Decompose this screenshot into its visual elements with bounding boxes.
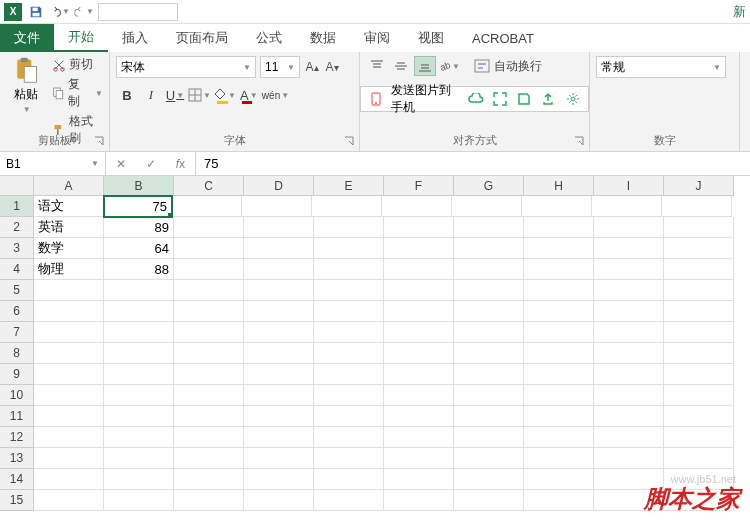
cell[interactable] bbox=[104, 490, 174, 511]
row-header[interactable]: 8 bbox=[0, 343, 34, 364]
cell[interactable] bbox=[524, 322, 594, 343]
cell[interactable] bbox=[244, 259, 314, 280]
cell[interactable] bbox=[664, 343, 734, 364]
cell[interactable] bbox=[524, 238, 594, 259]
cell[interactable] bbox=[664, 427, 734, 448]
cell[interactable] bbox=[244, 490, 314, 511]
cell[interactable] bbox=[174, 238, 244, 259]
column-header[interactable]: E bbox=[314, 176, 384, 196]
cell[interactable] bbox=[174, 343, 244, 364]
cell[interactable] bbox=[104, 364, 174, 385]
cell[interactable]: 64 bbox=[104, 238, 174, 259]
name-box[interactable]: B1▼ bbox=[0, 152, 106, 175]
tab-3[interactable]: 公式 bbox=[242, 24, 296, 52]
tab-5[interactable]: 审阅 bbox=[350, 24, 404, 52]
cell[interactable] bbox=[314, 469, 384, 490]
row-header[interactable]: 1 bbox=[0, 196, 34, 217]
cell[interactable] bbox=[664, 259, 734, 280]
cell[interactable] bbox=[664, 406, 734, 427]
cell[interactable]: 英语 bbox=[34, 217, 104, 238]
cell[interactable] bbox=[384, 385, 454, 406]
cell[interactable] bbox=[594, 406, 664, 427]
cell[interactable] bbox=[314, 343, 384, 364]
cell[interactable] bbox=[454, 469, 524, 490]
increase-font-icon[interactable]: A▴ bbox=[304, 59, 320, 75]
tab-6[interactable]: 视图 bbox=[404, 24, 458, 52]
send-to-phone-icon[interactable] bbox=[367, 89, 385, 109]
cell[interactable] bbox=[594, 469, 664, 490]
cell[interactable] bbox=[594, 238, 664, 259]
cell[interactable] bbox=[314, 238, 384, 259]
cell[interactable] bbox=[314, 364, 384, 385]
cell[interactable] bbox=[594, 280, 664, 301]
confirm-icon[interactable]: ✓ bbox=[146, 157, 156, 171]
redo-icon[interactable]: ▼ bbox=[74, 2, 94, 22]
save-icon[interactable] bbox=[26, 2, 46, 22]
column-header[interactable]: B bbox=[104, 176, 174, 196]
cell[interactable] bbox=[174, 427, 244, 448]
cell[interactable] bbox=[664, 385, 734, 406]
cell[interactable]: 物理 bbox=[34, 259, 104, 280]
cell[interactable] bbox=[244, 364, 314, 385]
send-to-phone-label[interactable]: 发送图片到手机 bbox=[391, 82, 461, 116]
cell[interactable] bbox=[384, 490, 454, 511]
cell[interactable] bbox=[524, 217, 594, 238]
tab-1[interactable]: 插入 bbox=[108, 24, 162, 52]
cell[interactable] bbox=[454, 448, 524, 469]
cell[interactable] bbox=[524, 280, 594, 301]
font-color-button[interactable]: A▼ bbox=[238, 84, 260, 106]
fx-icon[interactable]: fx bbox=[176, 157, 185, 171]
cell[interactable] bbox=[104, 343, 174, 364]
cell[interactable] bbox=[524, 301, 594, 322]
row-header[interactable]: 12 bbox=[0, 427, 34, 448]
cell[interactable] bbox=[384, 322, 454, 343]
tab-file[interactable]: 文件 bbox=[0, 24, 54, 52]
italic-button[interactable]: I bbox=[140, 84, 162, 106]
cell[interactable] bbox=[244, 469, 314, 490]
dialog-launcher-icon[interactable] bbox=[343, 135, 355, 147]
cell[interactable] bbox=[594, 364, 664, 385]
column-header[interactable]: A bbox=[34, 176, 104, 196]
align-top-icon[interactable] bbox=[366, 56, 388, 76]
cut-button[interactable]: 剪切 bbox=[52, 56, 103, 73]
cell[interactable] bbox=[454, 301, 524, 322]
cloud-icon[interactable] bbox=[467, 89, 485, 109]
dialog-launcher-icon[interactable] bbox=[573, 135, 585, 147]
row-header[interactable]: 6 bbox=[0, 301, 34, 322]
cell[interactable] bbox=[384, 238, 454, 259]
cell[interactable] bbox=[314, 217, 384, 238]
cell[interactable] bbox=[594, 490, 664, 511]
tab-4[interactable]: 数据 bbox=[296, 24, 350, 52]
cell[interactable] bbox=[594, 259, 664, 280]
cell[interactable] bbox=[664, 301, 734, 322]
formula-input[interactable]: 75 bbox=[196, 152, 750, 175]
cell[interactable] bbox=[34, 448, 104, 469]
cell[interactable] bbox=[312, 196, 382, 217]
cell[interactable] bbox=[104, 469, 174, 490]
cell[interactable] bbox=[384, 448, 454, 469]
cell[interactable] bbox=[174, 280, 244, 301]
cell[interactable] bbox=[104, 385, 174, 406]
row-header[interactable]: 3 bbox=[0, 238, 34, 259]
cell[interactable] bbox=[174, 301, 244, 322]
cell[interactable] bbox=[524, 385, 594, 406]
column-header[interactable]: C bbox=[174, 176, 244, 196]
cell[interactable]: 89 bbox=[104, 217, 174, 238]
fill-color-button[interactable]: ▼ bbox=[213, 84, 236, 106]
column-header[interactable]: D bbox=[244, 176, 314, 196]
cell[interactable] bbox=[384, 469, 454, 490]
cell[interactable] bbox=[34, 322, 104, 343]
cell[interactable] bbox=[384, 217, 454, 238]
cell[interactable] bbox=[244, 280, 314, 301]
cell[interactable] bbox=[314, 385, 384, 406]
cell[interactable] bbox=[34, 364, 104, 385]
cell[interactable] bbox=[524, 343, 594, 364]
cell[interactable] bbox=[314, 301, 384, 322]
cell[interactable] bbox=[664, 238, 734, 259]
row-header[interactable]: 15 bbox=[0, 490, 34, 511]
bold-button[interactable]: B bbox=[116, 84, 138, 106]
row-header[interactable]: 14 bbox=[0, 469, 34, 490]
cell[interactable] bbox=[524, 364, 594, 385]
row-header[interactable]: 2 bbox=[0, 217, 34, 238]
cell[interactable] bbox=[454, 490, 524, 511]
